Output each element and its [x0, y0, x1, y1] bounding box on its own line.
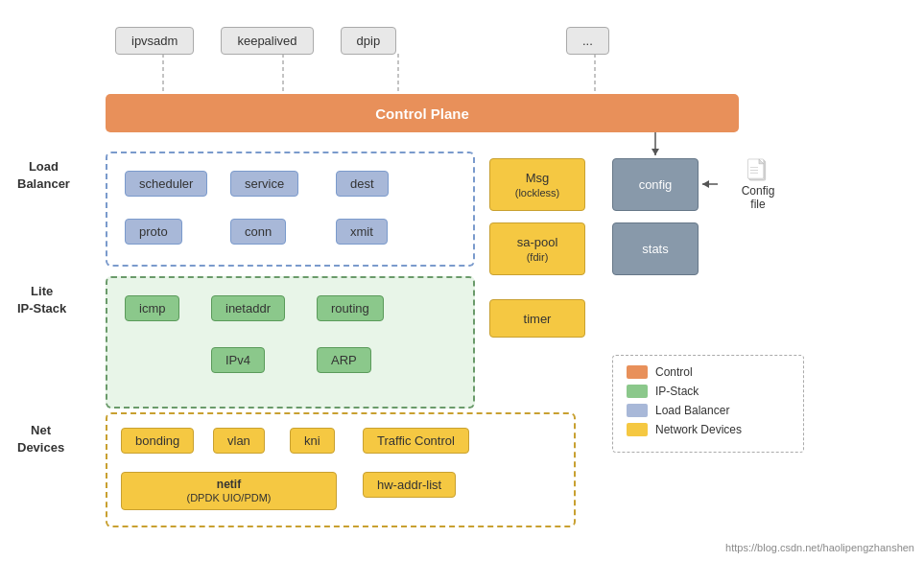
ip-stack-label: LiteIP-Stack [17, 283, 66, 317]
netdev-hw-addr-list: hw-addr-list [363, 472, 456, 498]
tool-ellipsis: ... [566, 27, 609, 55]
ip-stack-box: icmp inetaddr routing IPv4 ARP [106, 276, 475, 409]
lb-scheduler: scheduler [125, 171, 207, 197]
legend: Control IP-Stack Load Balancer Network D… [612, 355, 804, 453]
lb-dest: dest [336, 171, 389, 197]
tool-ipvsadm: ipvsadm [115, 27, 194, 55]
ipstack-routing: routing [317, 295, 384, 321]
ipstack-inetaddr: inetaddr [211, 295, 285, 321]
svg-marker-5 [652, 149, 659, 155]
netdev-vlan: vlan [213, 428, 265, 454]
lb-conn: conn [230, 219, 286, 245]
right-stats: stats [612, 222, 699, 275]
svg-marker-7 [702, 180, 709, 188]
top-tools-row: ipvsadm keepalived dpip [115, 27, 396, 55]
lb-service: service [230, 171, 298, 197]
legend-control: Control [627, 365, 790, 379]
legend-lb: Load Balancer [627, 404, 790, 417]
ipstack-arp: ARP [317, 347, 371, 373]
net-devices-label: NetDevices [17, 422, 64, 456]
right-config: config [612, 158, 699, 211]
diagram-container: ipvsadm keepalived dpip ... Control Plan… [0, 0, 924, 561]
lb-proto: proto [125, 219, 182, 245]
legend-netdev: Network Devices [627, 423, 790, 436]
tool-keepalived: keepalived [221, 27, 313, 55]
tool-dpip: dpip [341, 27, 397, 55]
right-timer: timer [489, 299, 585, 338]
right-sapool: sa-pool(fdir) [489, 222, 585, 275]
watermark: https://blog.csdn.net/haolipengzhanshen [725, 542, 914, 553]
netdev-traffic-control: Traffic Control [363, 428, 469, 454]
load-balancer-box: scheduler service dest proto conn xmit [106, 152, 475, 267]
ipstack-ipv4: IPv4 [211, 347, 265, 373]
lb-xmit: xmit [336, 219, 388, 245]
net-devices-box: bonding vlan kni Traffic Control netif (… [106, 412, 576, 527]
control-plane-bar: Control Plane [106, 94, 739, 132]
config-file-icon [737, 158, 779, 182]
legend-ipstack: IP-Stack [627, 385, 790, 398]
config-file: Configfile [720, 158, 796, 211]
netdev-netif: netif (DPDK UIO/PDM) [121, 472, 337, 510]
netdev-bonding: bonding [121, 428, 194, 454]
right-msg: Msg(lockless) [489, 158, 585, 211]
ipstack-icmp: icmp [125, 295, 179, 321]
load-balancer-label: LoadBalancer [17, 158, 70, 193]
netdev-kni: kni [290, 428, 335, 454]
